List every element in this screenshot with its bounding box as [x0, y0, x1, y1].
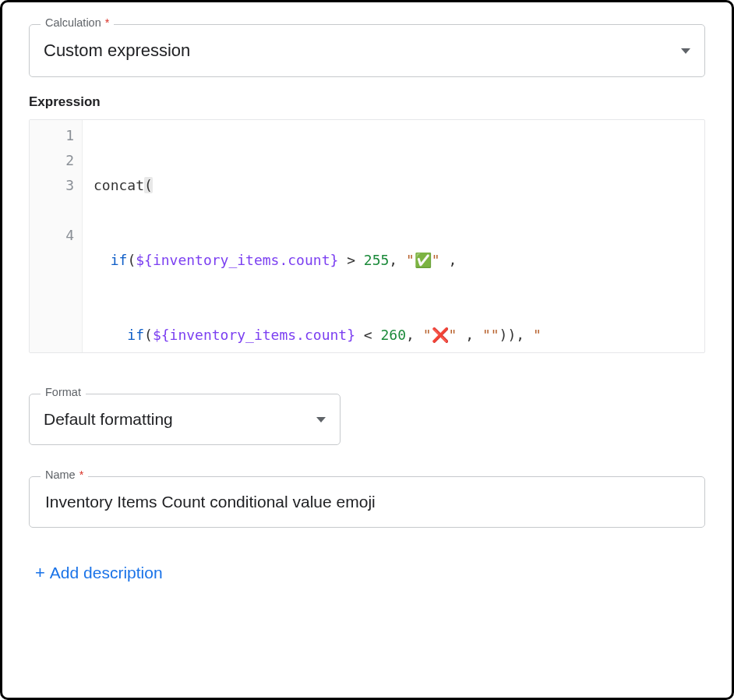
line-number: 3	[30, 173, 74, 198]
name-label: Name *	[41, 469, 88, 481]
add-description-label: Add description	[50, 564, 163, 582]
format-label: Format	[41, 387, 86, 398]
format-value: Default formatting	[44, 410, 316, 429]
format-select[interactable]: Format Default formatting	[29, 394, 341, 445]
plus-icon: +	[35, 564, 45, 582]
required-marker: *	[79, 468, 84, 481]
calculation-label: Calculation *	[41, 17, 114, 29]
add-description-button[interactable]: + Add description	[35, 564, 163, 582]
name-label-text: Name	[45, 468, 76, 481]
required-marker: *	[105, 16, 110, 29]
calculation-value: Custom expression	[44, 41, 681, 61]
code-area[interactable]: concat( if(${inventory_items.count} > 25…	[83, 120, 704, 352]
calculation-label-text: Calculation	[45, 16, 101, 29]
code-line: if(${inventory_items.count} < 260, "❌" ,…	[94, 323, 704, 348]
expression-heading: Expression	[29, 94, 705, 110]
name-field[interactable]: Name *	[29, 476, 705, 528]
line-number: 4	[30, 223, 74, 248]
line-number-gutter: 1 2 3 4	[30, 120, 83, 352]
name-input[interactable]	[44, 492, 690, 512]
calculation-select[interactable]: Calculation * Custom expression	[29, 24, 705, 77]
line-number: 2	[30, 148, 74, 173]
expression-editor[interactable]: 1 2 3 4 concat( if(${inventory_items.cou…	[29, 119, 705, 353]
line-number: 1	[30, 123, 74, 148]
chevron-down-icon	[316, 417, 326, 422]
code-line: if(${inventory_items.count} > 255, "✅" ,	[94, 248, 704, 273]
chevron-down-icon	[681, 48, 690, 54]
custom-field-editor-panel: Calculation * Custom expression Expressi…	[0, 0, 734, 700]
code-line: concat(	[94, 173, 704, 198]
